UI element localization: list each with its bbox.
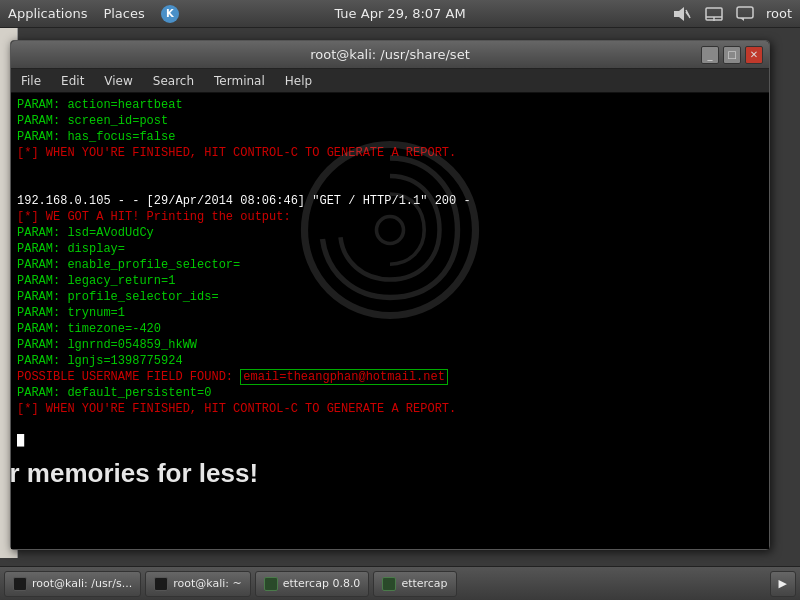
- network-icon[interactable]: [704, 6, 724, 22]
- terminal-line: PARAM: lsd=AVodUdCy: [17, 225, 763, 241]
- taskbar-label: root@kali: ~: [173, 577, 242, 590]
- taskbar-item-ettercap2[interactable]: ettercap: [373, 571, 456, 597]
- system-bar-datetime: Tue Apr 29, 8:07 AM: [334, 6, 465, 21]
- system-bar: Applications Places K Tue Apr 29, 8:07 A…: [0, 0, 800, 28]
- terminal-line: 192.168.0.105 - - [29/Apr/2014 08:06:46]…: [17, 193, 763, 209]
- taskbar-label: ettercap: [401, 577, 447, 590]
- terminal-line-username: POSSIBLE USERNAME FIELD FOUND: email=the…: [17, 369, 763, 385]
- terminal-icon: [13, 577, 27, 591]
- menu-edit[interactable]: Edit: [55, 72, 90, 90]
- taskbar: root@kali: /usr/s... root@kali: ~ etterc…: [0, 566, 800, 600]
- maximize-button[interactable]: □: [723, 46, 741, 64]
- svg-rect-6: [737, 7, 753, 18]
- taskbar-item-ettercap1[interactable]: ettercap 0.8.0: [255, 571, 370, 597]
- username: root: [766, 6, 792, 21]
- ettercap-icon: [382, 577, 396, 591]
- applications-menu[interactable]: Applications: [8, 6, 87, 21]
- menu-help[interactable]: Help: [279, 72, 318, 90]
- taskbar-item-terminal2[interactable]: root@kali: ~: [145, 571, 251, 597]
- system-bar-left: Applications Places K: [8, 5, 179, 23]
- terminal-line: [*] WE GOT A HIT! Printing the output:: [17, 209, 763, 225]
- terminal-line: PARAM: timezone=-420: [17, 321, 763, 337]
- kali-logo: K: [161, 5, 179, 23]
- window-title: root@kali: /usr/share/set: [310, 47, 469, 62]
- terminal-line: PARAM: enable_profile_selector=: [17, 257, 763, 273]
- terminal-line: [*] WHEN YOU'RE FINISHED, HIT CONTROL-C …: [17, 145, 763, 161]
- close-button[interactable]: ✕: [745, 46, 763, 64]
- terminal-line: PARAM: action=heartbeat: [17, 97, 763, 113]
- terminal-line: PARAM: profile_selector_ids=: [17, 289, 763, 305]
- chat-icon[interactable]: [736, 6, 754, 22]
- terminal-line: [17, 417, 763, 433]
- title-bar: root@kali: /usr/share/set _ □ ✕: [11, 41, 769, 69]
- menu-search[interactable]: Search: [147, 72, 200, 90]
- volume-icon[interactable]: [672, 6, 692, 22]
- taskbar-arrow[interactable]: ▶: [770, 571, 796, 597]
- minimize-button[interactable]: _: [701, 46, 719, 64]
- system-bar-right: root: [672, 6, 792, 22]
- terminal-line: PARAM: default_persistent=0: [17, 385, 763, 401]
- terminal-icon: [154, 577, 168, 591]
- taskbar-label: ettercap 0.8.0: [283, 577, 361, 590]
- places-menu[interactable]: Places: [103, 6, 144, 21]
- terminal-line: [17, 177, 763, 193]
- terminal-line: PARAM: lgnrnd=054859_hkWW: [17, 337, 763, 353]
- terminal-line: PARAM: display=: [17, 241, 763, 257]
- terminal-line: [17, 161, 763, 177]
- menu-file[interactable]: File: [15, 72, 47, 90]
- arrow-icon: ▶: [779, 577, 787, 590]
- menu-terminal[interactable]: Terminal: [208, 72, 271, 90]
- taskbar-label: root@kali: /usr/s...: [32, 577, 132, 590]
- terminal-cursor-line: █: [17, 433, 763, 449]
- terminal-window: root@kali: /usr/share/set _ □ ✕ File Edi…: [10, 40, 770, 550]
- menu-view[interactable]: View: [98, 72, 138, 90]
- menu-bar: File Edit View Search Terminal Help: [11, 69, 769, 93]
- terminal-line: PARAM: screen_id=post: [17, 113, 763, 129]
- svg-marker-0: [674, 7, 684, 21]
- terminal-content[interactable]: PARAM: action=heartbeat PARAM: screen_id…: [11, 93, 769, 549]
- window-controls: _ □ ✕: [701, 46, 763, 64]
- terminal-line: PARAM: has_focus=false: [17, 129, 763, 145]
- ettercap-icon: [264, 577, 278, 591]
- taskbar-item-terminal1[interactable]: root@kali: /usr/s...: [4, 571, 141, 597]
- terminal-line: PARAM: legacy_return=1: [17, 273, 763, 289]
- terminal-line: PARAM: lgnjs=1398775924: [17, 353, 763, 369]
- terminal-line: PARAM: trynum=1: [17, 305, 763, 321]
- watermark-text: Protect more of your memories for less!: [11, 458, 390, 489]
- taskbar-right: ▶: [770, 571, 796, 597]
- terminal-line: [*] WHEN YOU'RE FINISHED, HIT CONTROL-C …: [17, 401, 763, 417]
